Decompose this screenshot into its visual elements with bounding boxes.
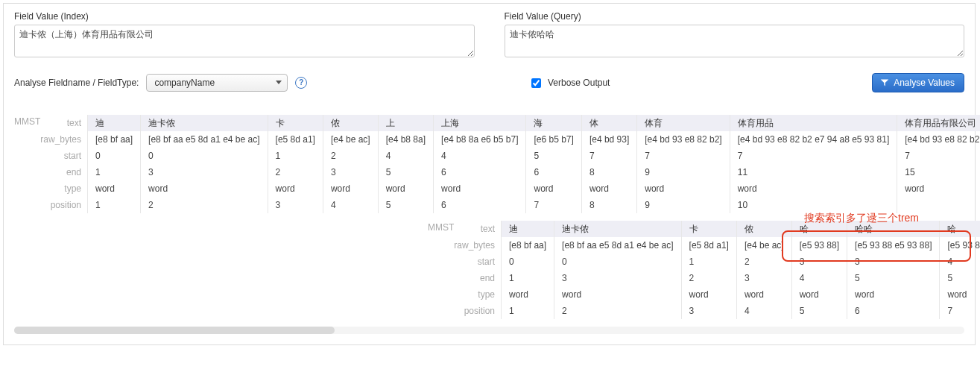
token-cell-type: word	[323, 180, 378, 197]
token-cell-raw_bytes: [e4 b8 8a e6 b5 b7]	[434, 131, 525, 148]
funnel-icon	[880, 78, 889, 87]
token-cell-end: 3	[141, 164, 267, 180]
token-cell-end: 5	[847, 270, 939, 286]
token-cell-type: word	[682, 286, 736, 303]
token-cell-raw_bytes: [e4 be ac]	[323, 131, 378, 148]
row-header-type: type	[40, 180, 87, 197]
token-cell-start: 1	[268, 148, 323, 164]
token-column: 哈哈[e5 93 88 e5 93 88]35word6	[847, 221, 939, 319]
token-cell-text: 体育用品有限公司	[897, 115, 980, 131]
token-cell-start: 4	[379, 148, 433, 164]
token-cell-end: 6	[434, 164, 525, 180]
token-cell-position: 1	[88, 197, 140, 213]
scrollbar-thumb[interactable]	[14, 327, 335, 334]
mmst-label: MMST	[14, 115, 40, 127]
row-header-start: start	[40, 148, 87, 164]
row-header-end: end	[454, 270, 501, 286]
token-cell-end: 3	[737, 270, 791, 286]
token-cell-text: 迪卡侬	[141, 115, 267, 131]
token-cell-position: 5	[379, 197, 433, 213]
token-cell-start: 7	[897, 148, 980, 164]
token-cell-end: 9	[637, 164, 729, 180]
token-cell-raw_bytes: [e4 bd 93 e8 82 b2 e7 94 a8 e5 93 81]	[730, 131, 897, 148]
horizontal-scrollbar[interactable]	[14, 327, 964, 334]
token-cell-end: 2	[682, 270, 736, 286]
token-cell-start: 0	[88, 148, 140, 164]
token-cell-type: word	[737, 286, 791, 303]
token-cell-type: word	[637, 180, 729, 197]
field-value-query-input[interactable]	[505, 25, 965, 57]
token-cell-text: 侬	[323, 115, 378, 131]
token-cell-type: word	[88, 180, 140, 197]
token-cell-position: 7	[940, 303, 980, 319]
token-cell-position: 3	[268, 197, 323, 213]
token-cell-end: 1	[502, 270, 554, 286]
token-cell-start: 7	[582, 148, 636, 164]
token-cell-position: 6	[847, 303, 939, 319]
token-cell-text: 体育用品	[730, 115, 897, 131]
token-cell-position: 8	[582, 197, 636, 213]
token-cell-raw_bytes: [e5 8d a1]	[682, 237, 736, 254]
token-cell-text: 迪	[502, 221, 554, 237]
token-column: 侬[e4 be ac]23word4	[736, 221, 791, 319]
token-cell-raw_bytes: [e8 bf aa e5 8d a1 e4 be ac]	[141, 131, 267, 148]
token-cell-type: word	[502, 286, 554, 303]
token-cell-end: 4	[792, 270, 847, 286]
label-field-value-query: Field Value (Query)	[505, 11, 965, 22]
token-column: 上[e4 b8 8a]45word5	[378, 115, 433, 213]
token-cell-position: 4	[323, 197, 378, 213]
token-cell-start: 3	[847, 254, 939, 270]
token-cell-type: word	[268, 180, 323, 197]
token-cell-raw_bytes: [e8 bf aa]	[502, 237, 554, 254]
verbose-output-checkbox[interactable]	[531, 78, 541, 88]
field-value-index-input[interactable]	[14, 25, 475, 57]
token-cell-position: 3	[682, 303, 736, 319]
token-cell-text: 哈	[940, 221, 980, 237]
annotation-text: 搜索索引多了逯三个trem	[804, 212, 919, 225]
token-column: 卡[e5 8d a1]12word3	[681, 221, 736, 319]
token-cell-end: 6	[526, 164, 581, 180]
token-cell-end: 1	[88, 164, 140, 180]
token-cell-end: 3	[554, 270, 680, 286]
token-cell-start: 7	[637, 148, 729, 164]
token-cell-raw_bytes: [e5 93 88]	[792, 237, 847, 254]
label-analyse-fieldname: Analyse Fieldname / FieldType:	[14, 78, 139, 88]
token-cell-text: 体育	[637, 115, 729, 131]
row-header-position: position	[40, 197, 87, 213]
token-cell-end: 5	[379, 164, 433, 180]
token-cell-start: 2	[737, 254, 791, 270]
token-column: 体育用品[e4 bd 93 e8 82 b2 e7 94 a8 e5 93 81…	[730, 115, 897, 213]
token-column: 迪[e8 bf aa]01word1	[501, 221, 554, 319]
token-cell-raw_bytes: [e5 8d a1]	[268, 131, 323, 148]
token-cell-text: 上海	[434, 115, 525, 131]
analyse-values-button[interactable]: Analyse Values	[872, 73, 964, 92]
token-cell-position: 10	[730, 197, 897, 213]
token-cell-raw_bytes: [e5 93 88 e5 93 88]	[847, 237, 939, 254]
token-cell-raw_bytes: [e4 be ac]	[737, 237, 791, 254]
query-token-grid: 迪[e8 bf aa]01word1迪卡侬[e8 bf aa e5 8d a1 …	[501, 221, 980, 319]
token-column: 体育用品有限公司[e4 bd 93 e8 82 b2 e7 94…715word	[897, 115, 980, 213]
token-cell-type: word	[554, 286, 680, 303]
query-analysis-block: MMST textraw_bytesstartendtypeposition 迪…	[428, 221, 964, 319]
token-cell-end: 3	[323, 164, 378, 180]
token-cell-raw_bytes: [e8 bf aa e5 8d a1 e4 be ac]	[554, 237, 680, 254]
token-cell-text: 卡	[682, 221, 736, 237]
token-cell-type: word	[847, 286, 939, 303]
token-cell-raw_bytes: [e8 bf aa]	[88, 131, 140, 148]
token-column: 侬[e4 be ac]23word4	[323, 115, 378, 213]
token-cell-start: 1	[682, 254, 736, 270]
token-cell-start: 0	[141, 148, 267, 164]
token-column: 海[e6 b5 b7]56word7	[525, 115, 581, 213]
token-cell-start: 4	[434, 148, 525, 164]
token-cell-end: 5	[940, 270, 980, 286]
help-icon[interactable]: ?	[295, 77, 307, 89]
fieldtype-select[interactable]: companyName	[146, 74, 288, 92]
token-cell-raw_bytes: [e4 b8 8a]	[379, 131, 433, 148]
row-header-text: text	[454, 221, 501, 237]
token-cell-position: 2	[554, 303, 680, 319]
row-header-end: end	[40, 164, 87, 180]
token-cell-text: 海	[526, 115, 581, 131]
row-header-text: text	[40, 115, 87, 131]
token-cell-text: 体	[582, 115, 636, 131]
label-verbose-output: Verbose Output	[548, 78, 610, 88]
